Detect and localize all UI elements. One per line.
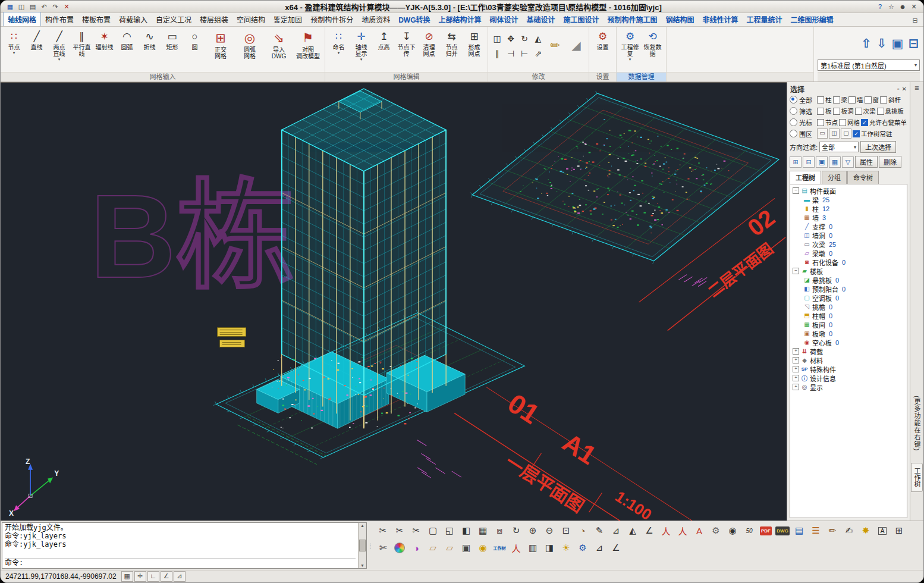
modify-trim[interactable]: ⊣: [504, 46, 517, 61]
scroll-thumb[interactable]: [359, 540, 366, 551]
command-window[interactable]: 开始加载yjg文件。命令:yjk_layers命令:yjk_layers命令: …: [2, 522, 367, 569]
panel-tab-分组[interactable]: 分组: [822, 171, 847, 184]
tree-item[interactable]: +ⓘ设计信息: [790, 374, 907, 383]
checkbox-梁[interactable]: 梁: [833, 95, 848, 104]
tab-钢结构图[interactable]: 钢结构图: [662, 12, 699, 26]
parallel-line-tool[interactable]: ∥平行直线: [71, 29, 93, 57]
attributes-button[interactable]: 属性: [855, 156, 878, 168]
tree-item[interactable]: ◪悬挑板0: [790, 275, 907, 284]
ortho-grid-tool[interactable]: ⊞正交 网格: [206, 29, 235, 59]
zoom-window-icon[interactable]: ⊡: [558, 523, 574, 538]
tab-地质资料[interactable]: 地质资料: [357, 12, 394, 26]
pick-window-icon[interactable]: ◫: [829, 128, 840, 139]
merge-node-tool[interactable]: ⇆节点 归并: [441, 29, 463, 57]
print-icon[interactable]: ▤: [28, 2, 37, 11]
panel-tab-命令树[interactable]: 命令树: [847, 171, 879, 184]
walk-icon[interactable]: 人: [658, 523, 674, 538]
cut-icon[interactable]: ✂: [375, 523, 391, 538]
modify-offset[interactable]: ∥: [491, 46, 504, 61]
tab-上部结构计算[interactable]: 上部结构计算: [434, 12, 485, 26]
tree-item[interactable]: +SP特殊构件: [790, 365, 907, 374]
modify-extend[interactable]: ⊢: [518, 46, 531, 61]
pdf-export-icon[interactable]: PDF: [758, 523, 774, 538]
hidden-line-view-icon[interactable]: ◱: [442, 523, 457, 538]
new-folder-icon[interactable]: ▱: [442, 540, 457, 556]
modify-eraser[interactable]: ◢: [567, 33, 585, 57]
collapse-all-icon[interactable]: ⊟: [803, 156, 815, 168]
tree-expander-icon[interactable]: +: [793, 357, 799, 363]
modify-mirror[interactable]: ◫: [491, 32, 504, 46]
axis-display-tool[interactable]: ✛轴线 显示▾: [350, 29, 372, 61]
tab-鉴定加固[interactable]: 鉴定加固: [269, 12, 306, 26]
circle-tool[interactable]: ○圆: [184, 29, 206, 51]
palette-icon[interactable]: [392, 540, 407, 556]
app-icon[interactable]: ▦: [5, 2, 15, 11]
lock-icon[interactable]: ◉: [475, 540, 491, 556]
checkbox-网格[interactable]: 网格: [839, 118, 860, 127]
panel-close-icon[interactable]: ✕: [902, 86, 907, 92]
wrench-icon[interactable]: ⚙: [708, 523, 724, 538]
undo-icon[interactable]: ↶: [39, 2, 49, 11]
tab-工程量统计[interactable]: 工程量统计: [743, 12, 787, 26]
drawing-album-icon[interactable]: ☰: [808, 523, 824, 538]
command-scrollbar[interactable]: ▲ ▼: [358, 523, 366, 568]
modify-pencil[interactable]: ✏: [546, 33, 564, 57]
tree-item[interactable]: ⬒柱帽0: [790, 311, 907, 320]
checkbox-墙[interactable]: 墙: [848, 95, 863, 104]
gear-icon[interactable]: ⚙: [575, 540, 590, 556]
cut-copy-icon[interactable]: ✂: [392, 523, 407, 538]
tree-item[interactable]: ◉空心板0: [790, 338, 907, 347]
tab-施工图设计[interactable]: 施工图设计: [560, 12, 604, 26]
expand-all-icon[interactable]: ⊞: [790, 156, 802, 168]
scale-50-icon[interactable]: 50: [741, 523, 757, 538]
tree-item[interactable]: +◆材料: [790, 356, 907, 365]
rect-tool[interactable]: ▭矩形: [161, 29, 183, 51]
modify-flip[interactable]: ◭: [532, 32, 545, 46]
insert-layer-down-icon[interactable]: ⇩: [876, 36, 887, 51]
tree-item[interactable]: −▤构件截面: [790, 186, 907, 195]
collapse-ribbon-icon[interactable]: ⊟: [909, 17, 921, 26]
person-icon[interactable]: 人: [508, 540, 524, 556]
worktree-dock-tab[interactable]: 工作树: [911, 463, 923, 492]
run-icon[interactable]: 人: [675, 523, 690, 538]
polyline-tool[interactable]: ∿折线: [139, 29, 161, 51]
node-tool[interactable]: ∷节点▾: [3, 29, 25, 55]
tree-item[interactable]: ◹挑檐0: [790, 302, 907, 311]
command-prompt[interactable]: 命令:: [5, 558, 356, 568]
model-from-dwg-tool[interactable]: ⚑对图 调改模型: [294, 29, 322, 59]
wireframe-view-icon[interactable]: ▢: [425, 523, 441, 538]
tree-item[interactable]: +◎显示: [790, 383, 907, 391]
tree-item[interactable]: ▭次梁25: [790, 240, 907, 249]
print-icon[interactable]: ▤: [791, 523, 807, 538]
tab-轴线网格[interactable]: 轴线网格: [3, 12, 41, 26]
angle-icon[interactable]: ∠: [608, 540, 624, 556]
import-dwg-tool[interactable]: ⇘导入 DWG: [265, 29, 293, 59]
render-icon[interactable]: ◔: [575, 523, 590, 538]
close-icon[interactable]: ✕: [909, 2, 919, 11]
tree-item[interactable]: ◙石化设备0: [790, 258, 907, 267]
orbit-icon[interactable]: ↻: [508, 523, 524, 538]
project-repair-tool[interactable]: ⚙工程修复▾: [619, 29, 641, 61]
tab-荷载输入[interactable]: 荷载输入: [115, 12, 152, 26]
tab-楼层组装[interactable]: 楼层组装: [196, 12, 232, 26]
tab-楼板布置[interactable]: 楼板布置: [78, 12, 115, 26]
grid-toggle[interactable]: ▦: [121, 571, 133, 582]
modify-move[interactable]: ✥: [504, 32, 517, 46]
drawing-canvas[interactable]: B栋 ZYX 01 A1 一层平面图 1:100 02 二层平面图: [1, 82, 787, 521]
settings-tool[interactable]: ⚙设置: [592, 29, 614, 51]
delete-button[interactable]: 删除: [879, 156, 901, 168]
worktree-toggle-icon[interactable]: 工作树: [492, 540, 507, 556]
user-icon[interactable]: ☻: [898, 2, 907, 11]
pick-box-icon[interactable]: ▭: [817, 128, 828, 139]
layer-overlay-icon[interactable]: ▣: [458, 540, 474, 556]
tab-砌体设计[interactable]: 砌体设计: [486, 12, 523, 26]
line-tool[interactable]: ╱直线: [26, 29, 48, 51]
text-style-icon[interactable]: A: [875, 523, 890, 538]
zoom-out-icon[interactable]: ⊖: [542, 523, 557, 538]
radio-光标[interactable]: 光标: [790, 118, 816, 127]
zoom-in-icon[interactable]: ⊕: [525, 523, 540, 538]
open-folder-icon[interactable]: ▱: [425, 540, 441, 556]
tree-item[interactable]: −▰楼板: [790, 267, 907, 275]
sun-icon[interactable]: ☀: [558, 540, 574, 556]
redo-icon[interactable]: ↷: [51, 2, 60, 11]
